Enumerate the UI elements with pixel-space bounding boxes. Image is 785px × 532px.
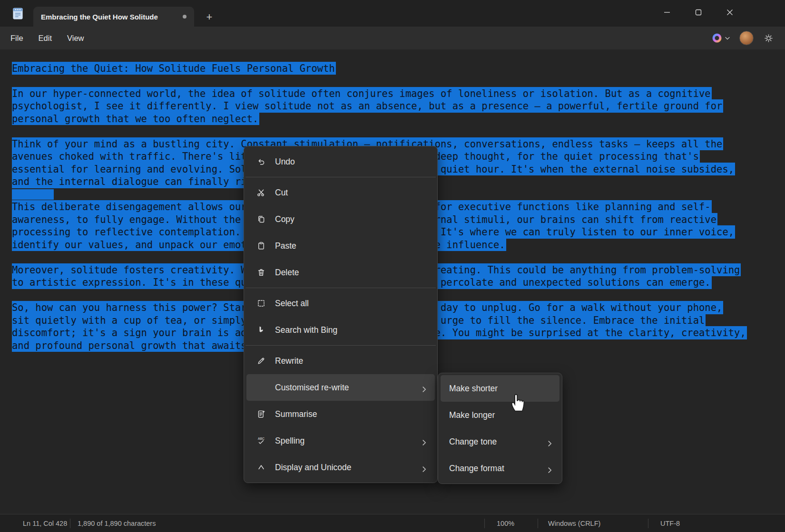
select-all-icon: [256, 298, 266, 309]
status-zoom-level[interactable]: 100%: [497, 514, 514, 532]
menu-item-customised-re-write[interactable]: Customised re-write: [246, 374, 435, 401]
menubar: File Edit View: [0, 27, 785, 49]
status-encoding[interactable]: UTF-8: [660, 514, 680, 532]
copy-icon: [256, 214, 266, 224]
spelling-icon: ABC: [256, 435, 266, 446]
submenu-item-label: Change tone: [449, 437, 548, 447]
menu-item-label: Delete: [275, 268, 426, 278]
menu-item-label: Display and Unicode: [275, 463, 422, 473]
submenu-item-change-format[interactable]: Change format: [441, 455, 559, 482]
menu-item-spelling[interactable]: ABC Spelling: [246, 427, 435, 454]
notepad-window: Embracing the Quiet How Solitude + File …: [0, 0, 785, 532]
submenu-chevron-icon: [548, 465, 552, 471]
paste-icon: [256, 241, 266, 251]
undo-icon: [256, 156, 266, 167]
menu-item-display-and-unicode[interactable]: Display and Unicode: [246, 454, 435, 481]
editor-line-text: psychologist, I see it differently. I vi…: [12, 99, 723, 113]
editor-line-text: Embracing the Quiet: How Solitude Fuels …: [12, 62, 336, 75]
editor-line: [12, 125, 747, 138]
summarise-icon: [256, 409, 266, 419]
editor-line: Embracing the Quiet: How Solitude Fuels …: [12, 62, 747, 75]
editor-line-text: personal growth that we too often neglec…: [12, 112, 259, 126]
submenu-chevron-icon: [422, 464, 426, 470]
unsaved-indicator-dot: [183, 15, 186, 19]
submenu-chevron-icon: [548, 439, 552, 445]
editor-line-text: and profound personal growth that awaits…: [12, 339, 277, 352]
submenu-item-label: Change format: [449, 464, 548, 474]
editor-line: [12, 75, 747, 87]
submenu-item-make-shorter[interactable]: Make shorter: [441, 375, 559, 402]
editor-line: psychologist, I see it differently. I vi…: [12, 100, 747, 113]
status-divider: [484, 519, 485, 528]
statusbar: Ln 11, Col 428 1,890 of 1,890 characters…: [0, 514, 785, 532]
menu-item-label: Search with Bing: [275, 325, 426, 335]
status-divider: [538, 519, 538, 528]
svg-text:ABC: ABC: [258, 437, 265, 440]
editor-line-text: In our hyper-connected world, the idea o…: [12, 87, 712, 100]
minimize-button[interactable]: [654, 3, 680, 22]
menubar-right-cluster: [709, 27, 776, 49]
submenu-chevron-icon: [422, 385, 426, 390]
close-button[interactable]: [716, 3, 743, 22]
status-character-count: 1,890 of 1,890 characters: [78, 514, 156, 532]
submenu-item-label: Make shorter: [449, 384, 552, 394]
menu-item-label: Customised re-write: [275, 383, 422, 393]
status-cursor-position: Ln 11, Col 428: [23, 514, 67, 532]
maximize-icon: [695, 9, 702, 16]
copilot-button[interactable]: [709, 31, 733, 45]
titlebar: Embracing the Quiet How Solitude +: [0, 0, 785, 27]
submenu-item-make-longer[interactable]: Make longer: [441, 402, 559, 428]
settings-button[interactable]: [760, 30, 776, 46]
menu-item-delete[interactable]: Delete: [246, 259, 435, 286]
maximize-button[interactable]: [685, 3, 712, 22]
menu-item-label: Summarise: [275, 409, 426, 419]
submenu-item-label: Make longer: [449, 410, 552, 420]
tab-title: Embracing the Quiet How Solitude: [41, 13, 178, 21]
menu-item-rewrite[interactable]: Rewrite: [246, 348, 435, 374]
menu-separator: [245, 345, 436, 346]
menu-item-label: Copy: [275, 214, 426, 224]
menu-separator: [245, 288, 436, 288]
menu-item-select-all[interactable]: Select all: [246, 290, 435, 317]
minimize-icon: [664, 9, 670, 16]
menu-separator: [245, 177, 436, 177]
menu-view[interactable]: View: [59, 27, 91, 49]
menu-edit[interactable]: Edit: [31, 27, 59, 49]
caret-icon: [256, 462, 266, 473]
menu-item-summarise[interactable]: Summarise: [246, 401, 435, 427]
menu-item-undo[interactable]: Undo: [246, 148, 435, 175]
editor-line: personal growth that we too often neglec…: [12, 112, 747, 125]
menu-item-search-with-bing[interactable]: Search with Bing: [246, 317, 435, 343]
delete-icon: [256, 267, 266, 278]
menu-item-label: Undo: [275, 157, 426, 167]
editor-line: In our hyper-connected world, the idea o…: [12, 87, 747, 100]
chevron-down-icon: [725, 37, 730, 40]
status-divider: [648, 519, 648, 528]
status-divider: [70, 519, 70, 528]
menu-item-paste[interactable]: Paste: [246, 232, 435, 259]
notepad-app-icon: [11, 6, 24, 20]
new-tab-button[interactable]: +: [202, 10, 216, 24]
bing-icon: [256, 325, 266, 335]
customised-rewrite-submenu: Make shorter Make longer Change tone Cha…: [438, 373, 562, 484]
context-menu: Undo Cut Copy Paste Delete Select all Se…: [244, 146, 438, 483]
copilot-icon: [712, 33, 722, 43]
menu-item-label: Select all: [275, 299, 426, 309]
menu-item-cut[interactable]: Cut: [246, 179, 435, 206]
status-line-ending[interactable]: Windows (CRLF): [548, 514, 600, 532]
menu-item-copy[interactable]: Copy: [246, 206, 435, 232]
document-tab[interactable]: Embracing the Quiet How Solitude: [33, 7, 194, 27]
menu-item-label: Spelling: [275, 436, 422, 446]
menu-file[interactable]: File: [3, 27, 31, 49]
submenu-chevron-icon: [422, 438, 426, 444]
cut-icon: [256, 187, 266, 198]
menu-item-label: Cut: [275, 188, 426, 198]
close-icon: [726, 9, 733, 16]
gear-icon: [764, 33, 774, 43]
account-avatar[interactable]: [739, 31, 754, 45]
selection-stub: [12, 189, 54, 200]
menu-item-label: Rewrite: [275, 356, 426, 366]
rewrite-pen-icon: [256, 356, 266, 366]
submenu-item-change-tone[interactable]: Change tone: [441, 428, 559, 455]
menu-item-label: Paste: [275, 241, 426, 251]
